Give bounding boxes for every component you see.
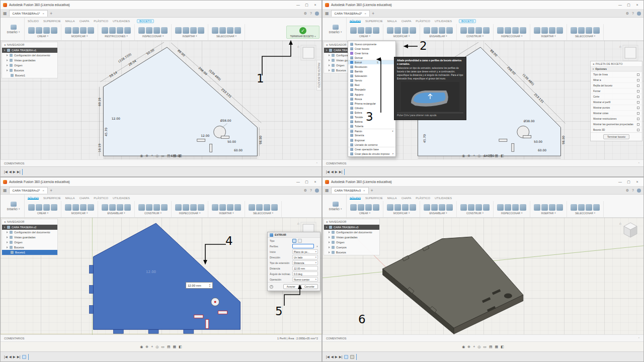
help-icon[interactable]: ? [632, 189, 634, 192]
ribbon-tab[interactable]: PLÁSTICO [94, 197, 108, 200]
ribbon-tab[interactable]: MALLA [387, 20, 397, 23]
tool-icon[interactable] [593, 27, 600, 34]
tool-icon[interactable] [578, 204, 585, 211]
tool-icon[interactable] [586, 204, 592, 211]
expander-icon[interactable] [329, 236, 330, 238]
toolbar-group-label[interactable]: MODIFICAR [393, 212, 408, 215]
menu-item[interactable]: Rosca [348, 97, 395, 101]
ribbon-tab[interactable]: MALLA [387, 197, 397, 200]
expander-icon[interactable] [329, 251, 330, 253]
tool-icon[interactable] [394, 204, 401, 211]
play-button[interactable]: ▶ [13, 170, 16, 174]
ribbon-tab[interactable]: SÓLIDO [350, 197, 361, 200]
menu-item[interactable]: Extruir E [348, 60, 395, 64]
gear-icon[interactable]: ⚙ [626, 12, 629, 16]
menu-item[interactable]: Barrido [348, 69, 395, 74]
tool-icon[interactable] [88, 204, 94, 211]
step-back-button[interactable]: ◀ [331, 355, 334, 359]
minimize-button[interactable]: — [616, 178, 624, 185]
tool-icon[interactable] [102, 27, 108, 34]
tool-icon[interactable] [556, 204, 563, 211]
gear-icon[interactable]: ⚙ [304, 189, 307, 193]
collapse-icon[interactable]: ◂ [593, 62, 594, 65]
canvas-viewport[interactable]: 88.00 298.00 (539.480) 253.131 Ø38.00 50… [323, 41, 643, 159]
checkbox[interactable] [637, 112, 639, 115]
tree-item[interactable]: Vistas guardadas [324, 235, 379, 240]
tool-icon[interactable] [219, 27, 226, 34]
ribbon-tab[interactable]: MALLA [65, 197, 75, 200]
workspace-switcher[interactable]: DISEÑO▾ [325, 18, 347, 40]
menu-item[interactable]: Solevación [348, 74, 395, 78]
tool-icon[interactable] [212, 27, 218, 34]
toolbar-group-label[interactable]: CONSTRUIR [466, 35, 481, 38]
look-at-icon[interactable]: ⊕ [145, 154, 148, 158]
toolbar-group-label[interactable]: INSERTAR [541, 212, 553, 215]
toolbar-group-label[interactable]: SELECCIONAR [575, 35, 593, 38]
tool-icon[interactable] [212, 204, 218, 211]
tool-icon[interactable] [431, 204, 438, 211]
collapse-icon[interactable]: ◂ [4, 220, 6, 223]
canvas-viewport[interactable]: ◂ NAVEGADOR CARA TRASERA v3 Configuració… [323, 218, 643, 334]
menu-item[interactable]: Red [348, 83, 395, 87]
menu-item[interactable]: Agujero [348, 92, 395, 97]
checkbox[interactable] [637, 107, 639, 109]
app-grid-icon[interactable]: ▦ [325, 189, 329, 193]
new-tab-button[interactable]: + [50, 188, 52, 193]
distance-input[interactable]: 12.00 mm ▲▼ [186, 282, 213, 289]
tool-icon[interactable] [497, 204, 504, 211]
comments-bar[interactable]: COMENTARIOS 1 Perfil | Área : 2.095E+05 … [1, 334, 321, 341]
palette-option[interactable]: Mostrar restricciones [591, 116, 642, 121]
tool-icon[interactable] [183, 27, 189, 34]
toolbar-group-label[interactable]: MODIFICAR [71, 212, 86, 215]
ribbon-tab-boceto[interactable]: BOCETO [137, 19, 154, 23]
view-cube[interactable] [621, 44, 639, 62]
spinner-icons[interactable]: ▲▼ [209, 284, 211, 287]
tool-icon[interactable] [475, 27, 482, 34]
tab-close-icon[interactable]: × [42, 12, 44, 15]
tool-icon[interactable] [36, 204, 42, 211]
canvas-viewport[interactable]: 640.00 (539.480) 298.00 253.131 88.00 (3… [1, 41, 321, 159]
thin-extrude-type-button[interactable] [298, 239, 302, 243]
ribbon-tab[interactable]: SÓLIDO [350, 20, 361, 23]
tool-icon[interactable] [117, 204, 123, 211]
tab-close-icon[interactable]: × [363, 189, 365, 192]
ribbon-tab[interactable]: PLÁSTICO [416, 20, 430, 23]
go-to-start-button[interactable]: |◀ [326, 170, 330, 174]
comments-bar[interactable]: COMENTARIOS ⌃ [323, 334, 643, 341]
zoom-icon[interactable]: ◎ [477, 345, 480, 349]
checkbox[interactable] [637, 123, 639, 126]
avatar[interactable] [637, 12, 641, 16]
expander-icon[interactable] [7, 236, 8, 238]
step-back-button[interactable]: ◀ [9, 355, 12, 359]
orbit-icon[interactable]: ◉ [140, 345, 143, 349]
menu-item[interactable]: Engrosar [348, 138, 395, 142]
grid-settings-icon[interactable]: ▦ [495, 154, 499, 158]
expander-icon[interactable] [329, 231, 330, 233]
menu-item[interactable]: Repujado [348, 87, 395, 92]
menu-item[interactable]: Prisma rectangular [348, 101, 395, 106]
tool-icon[interactable] [190, 27, 197, 34]
timeline-marker[interactable] [28, 354, 29, 360]
tool-icon[interactable] [534, 204, 540, 211]
toolbar-group-label[interactable]: SELECCIONAR [216, 35, 234, 38]
toolbar-group-label[interactable]: MODIFICAR [71, 35, 86, 38]
tool-icon[interactable] [410, 204, 416, 211]
menu-item[interactable]: Nervio [348, 78, 395, 83]
toolbar-group-label[interactable]: CREAR [359, 35, 368, 38]
ribbon-tab[interactable]: UTILIDADES [435, 197, 452, 200]
expander-icon[interactable] [7, 64, 8, 66]
tool-icon[interactable] [394, 27, 401, 34]
viewports-icon[interactable]: ◧ [179, 345, 182, 349]
look-at-icon[interactable]: ⊕ [467, 345, 470, 349]
toolbar-group-label[interactable]: SELECCIONAR [253, 212, 271, 215]
sketch-palette-collapsed-tab[interactable]: PALETA DE BOCETO [316, 60, 321, 90]
tool-icon[interactable] [439, 27, 445, 34]
orbit-icon[interactable]: ◉ [462, 345, 465, 349]
go-to-start-button[interactable]: |◀ [4, 355, 8, 359]
ribbon-tab[interactable]: MALLA [65, 20, 75, 23]
fit-icon[interactable]: ▭ [161, 154, 165, 158]
tool-icon[interactable] [161, 27, 168, 34]
tool-icon[interactable] [350, 204, 357, 211]
timeline-marker[interactable] [22, 169, 23, 175]
go-to-end-button[interactable]: ▶| [339, 170, 343, 174]
